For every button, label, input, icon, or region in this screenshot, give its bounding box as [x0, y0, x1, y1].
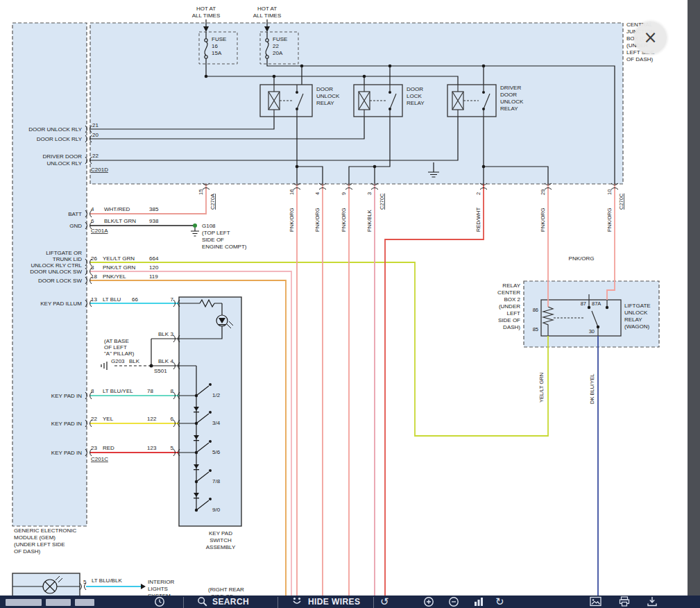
gem-caption-l4: OF DASH): [14, 548, 41, 555]
cjb-pin-3: 3: [366, 192, 373, 195]
pin-86: 86: [533, 307, 538, 313]
keypad2-dest: 6: [171, 416, 174, 422]
g108-splice-dot: [193, 223, 197, 228]
cjb-pin-2: 2: [475, 192, 481, 195]
rcb-l7: DASH): [503, 324, 520, 330]
lock-sw-wire: PNK/YEL: [103, 273, 126, 280]
illum-ckt: 66: [132, 296, 138, 303]
blk3-wire: BLK: [158, 331, 169, 337]
fuse-left-name: FUSE: [212, 36, 226, 42]
close-icon: ×: [634, 22, 667, 54]
g203-l2: OF LEFT: [104, 344, 127, 351]
keypad2-ckt: 122: [147, 416, 157, 422]
conn-c270a: C270A: [210, 194, 216, 210]
hide-wires-label: HIDE WIRES: [308, 596, 360, 607]
gem-caption-l1: GENERIC ELECTRONIC: [14, 527, 76, 534]
gem-pin-20: 20: [92, 132, 99, 138]
undo-icon[interactable]: ↺: [380, 596, 389, 607]
relay-unlock-l2: UNLOCK: [316, 93, 340, 99]
search-button[interactable]: SEARCH: [212, 596, 249, 607]
keypad3-label: KEY PAD IN: [51, 450, 82, 456]
conn-c270c-right: C270C: [618, 193, 624, 210]
batt-ckt: 385: [149, 206, 159, 212]
wire-label-2: RED/WHT: [475, 208, 481, 232]
conn-c201c: C201C: [91, 456, 108, 462]
interior-dest-l1: INTERIOR: [148, 579, 174, 585]
wire-label-3: PNK/BLK: [366, 210, 373, 232]
fuse-right-num: 22: [273, 43, 279, 49]
gem-row-batt: BATT: [68, 211, 82, 217]
keypad1-pin: 8: [91, 388, 94, 394]
search-label: SEARCH: [212, 596, 249, 607]
hot-left-l2: ALL TIMES: [192, 12, 220, 19]
keypad3-dest: 5: [171, 445, 174, 451]
illum-dest-pin: 7: [171, 296, 174, 303]
splice-s501: S501: [154, 368, 167, 374]
g108-l3: SIDE OF: [202, 237, 224, 243]
gem-row-driver-l2: UNLOCK RLY: [46, 160, 82, 167]
toolbar-separator: [278, 597, 278, 608]
close-button[interactable]: ×: [634, 22, 667, 54]
diagram-canvas[interactable]: HOT AT ALL TIMES HOT AT ALL TIMES FUSE 1…: [0, 0, 700, 608]
toolbar-separator: [183, 597, 184, 608]
wire-label-16: PNK/ORG: [289, 208, 295, 232]
interior-pin: 5: [83, 579, 87, 585]
keypad-sw1: 1/2: [212, 392, 221, 398]
g203-wire: BLK: [129, 358, 140, 364]
relay-driver-l2: DOOR: [500, 92, 517, 98]
wire-yel-lt-grn-664: [90, 262, 548, 436]
wire-label-9: PNK/ORG: [341, 208, 347, 232]
g108-l2: (TOP LEFT: [202, 230, 230, 236]
relay-lock-l3: RELAY: [407, 100, 425, 106]
illum-wire: LT BLU: [103, 296, 121, 303]
hot-right-l2: ALL TIMES: [253, 12, 281, 19]
rcb-l4: (UNDER: [499, 303, 520, 310]
keypad1-dest: 8: [171, 388, 174, 394]
unlock-sw-pin: 8: [91, 264, 94, 271]
unlock-sw-label: DOOR UNLOCK SW: [30, 269, 82, 275]
wire-label-29: PNK/ORG: [540, 208, 546, 232]
toolbar-separator: [373, 597, 374, 608]
keypad3-pin: 23: [91, 445, 97, 451]
keypad2-wire: YEL: [103, 416, 114, 422]
cjb-pin-10: 10: [606, 189, 613, 195]
batt-wire: WHT/RED: [104, 206, 130, 212]
g108-l4: ENGINE COMPT): [202, 244, 247, 250]
relay-driver-l4: RELAY: [500, 105, 518, 112]
hot-left-l1: HOT AT: [196, 6, 216, 12]
module-boxes: [12, 23, 659, 608]
hot-right-l1: HOT AT: [257, 6, 277, 12]
interior-lights-arrow: [141, 584, 146, 589]
pin-87a: 87A: [592, 301, 601, 307]
keypad-caption-l2: SWITCH: [210, 537, 232, 543]
gem-pin-22: 22: [92, 153, 99, 159]
relay-unlock-l3: RELAY: [316, 100, 334, 106]
cjb-pin-9: 9: [341, 192, 347, 195]
interior-note-l1: (RIGHT REAR: [208, 586, 244, 593]
keypad-caption-l1: KEY PAD: [209, 530, 232, 537]
cjb-pin-15: 15: [198, 189, 204, 195]
wire-red-wht-2: [385, 184, 484, 608]
liftgate-l2: TRUNK LID: [53, 256, 82, 262]
wire-label-10: PNK/ORG: [606, 208, 613, 232]
illum-pin: 13: [91, 296, 97, 303]
rcb-l5: LEFT: [506, 310, 520, 316]
toolbar-caption-fragment: [75, 599, 94, 606]
gem-caption-l3: (UNDER LEFT SIDE: [14, 541, 65, 548]
liftgate-relay-l3: RELAY: [624, 316, 642, 323]
g203-l4: G203: [111, 358, 125, 364]
liftgate-ckt: 664: [149, 255, 159, 262]
cjb-caption-l6: OF DASH): [626, 56, 654, 62]
gem-row-unlock-rly: DOOR UNLOCK RLY: [28, 126, 82, 133]
gnd-pin: 6: [91, 218, 94, 224]
rcb-l2: CENTER: [497, 289, 520, 296]
liftgate-wire: YEL/LT GRN: [103, 255, 135, 262]
rotate-icon[interactable]: ↻: [495, 596, 504, 607]
fuse-left-num: 16: [212, 43, 218, 49]
blk4-wire: BLK: [158, 358, 169, 364]
fuse-right-name: FUSE: [273, 36, 287, 42]
pin-85: 85: [533, 326, 538, 332]
fuse-left-amp: 15A: [212, 50, 222, 56]
illum-label: KEY PAD ILLUM: [40, 301, 82, 307]
hide-wires-button[interactable]: HIDE WIRES: [308, 596, 360, 607]
